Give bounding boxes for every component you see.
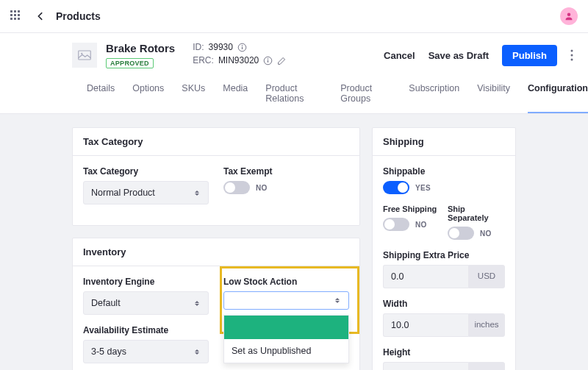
- erc-label: ERC:: [193, 55, 214, 65]
- low-stock-action-label: Low Stock Action: [223, 277, 349, 287]
- info-icon[interactable]: [237, 43, 247, 52]
- currency-unit: USD: [468, 265, 505, 288]
- svg-rect-5: [242, 46, 243, 49]
- width-input[interactable]: 10.0: [383, 313, 468, 337]
- inventory-engine-select[interactable]: Default: [83, 291, 209, 315]
- availability-estimate-label: Availability Estimate: [83, 325, 209, 335]
- save-draft-button[interactable]: Save as Draft: [429, 50, 489, 61]
- shippable-label: Shippable: [383, 166, 505, 177]
- dropdown-option-blank[interactable]: [224, 316, 348, 339]
- pencil-icon[interactable]: [277, 56, 287, 65]
- panel-title: Inventory: [73, 238, 359, 266]
- user-avatar[interactable]: [560, 7, 578, 25]
- svg-point-10: [571, 54, 573, 57]
- dropdown-option-unpublished[interactable]: Set as Unpublished: [224, 339, 348, 363]
- more-icon[interactable]: [570, 49, 573, 61]
- width-unit: inches: [468, 313, 505, 337]
- panel-title: Tax Category: [73, 128, 359, 156]
- svg-rect-1: [79, 51, 91, 60]
- chevron-sort-icon: [193, 349, 201, 355]
- id-value: 39930: [209, 42, 233, 52]
- tax-exempt-label: Tax Exempt: [223, 166, 349, 177]
- height-unit: inches: [468, 362, 505, 370]
- chevron-sort-icon: [193, 191, 201, 196]
- tab-skus[interactable]: SKUs: [182, 76, 205, 113]
- cancel-button[interactable]: Cancel: [384, 50, 415, 61]
- shipping-extra-price-input[interactable]: 0.0: [383, 265, 468, 288]
- page-title: Brake Rotors: [106, 42, 175, 54]
- tab-options[interactable]: Options: [132, 76, 164, 113]
- free-shipping-toggle[interactable]: [383, 218, 409, 231]
- status-badge: APPROVED: [106, 58, 154, 68]
- panel-title: Shipping: [373, 128, 515, 156]
- tab-details[interactable]: Details: [87, 76, 115, 113]
- shipping-panel: Shipping Shippable YES Free Shipping NO: [372, 127, 516, 370]
- back-icon[interactable]: [35, 11, 46, 21]
- product-thumbnail: [72, 43, 97, 68]
- free-shipping-label: Free Shipping: [383, 204, 440, 213]
- tab-product-groups[interactable]: Product Groups: [340, 76, 391, 113]
- id-label: ID:: [193, 42, 204, 52]
- svg-point-4: [242, 45, 243, 46]
- chevron-sort-icon: [193, 301, 201, 306]
- tab-media[interactable]: Media: [223, 76, 248, 113]
- ship-separately-label: Ship Separately: [448, 204, 505, 222]
- svg-point-2: [81, 53, 82, 54]
- low-stock-action-dropdown: Set as Unpublished: [223, 315, 349, 363]
- tab-subscription[interactable]: Subscription: [409, 76, 459, 113]
- select-value: Normal Product: [91, 188, 155, 198]
- toggle-state: YES: [415, 184, 431, 192]
- low-stock-action-select[interactable]: [223, 291, 349, 310]
- svg-point-9: [571, 50, 573, 52]
- toggle-state: NO: [256, 184, 268, 192]
- svg-point-7: [268, 58, 268, 59]
- svg-rect-8: [268, 60, 268, 62]
- select-value: Default: [91, 298, 121, 308]
- shippable-toggle[interactable]: [383, 181, 409, 194]
- apps-grid-icon[interactable]: [10, 10, 22, 22]
- tab-visibility[interactable]: Visibility: [477, 76, 510, 113]
- breadcrumb: Products: [56, 10, 101, 22]
- tax-category-label: Tax Category: [83, 166, 209, 177]
- toggle-state: NO: [415, 221, 427, 229]
- svg-point-0: [567, 13, 571, 17]
- inventory-engine-label: Inventory Engine: [83, 277, 209, 287]
- tax-category-select[interactable]: Normal Product: [83, 181, 209, 204]
- availability-estimate-select[interactable]: 3-5 days: [83, 340, 209, 363]
- publish-button[interactable]: Publish: [502, 45, 557, 66]
- tab-product-relations[interactable]: Product Relations: [265, 76, 323, 113]
- info-icon[interactable]: [263, 56, 273, 65]
- tax-exempt-toggle[interactable]: [223, 181, 250, 194]
- shipping-extra-price-label: Shipping Extra Price: [383, 250, 505, 260]
- tab-configuration[interactable]: Configuration: [528, 76, 588, 113]
- erc-value: MIN93020: [218, 55, 259, 65]
- tax-category-panel: Tax Category Tax Category Normal Product…: [72, 127, 360, 226]
- width-label: Width: [383, 299, 505, 309]
- svg-point-11: [571, 59, 573, 61]
- toggle-state: NO: [480, 230, 492, 238]
- height-label: Height: [383, 347, 505, 357]
- chevron-sort-icon: [334, 298, 341, 303]
- height-input[interactable]: 1.0: [383, 362, 468, 370]
- ship-separately-toggle[interactable]: [448, 227, 474, 240]
- inventory-panel: Inventory Inventory Engine Default Low S…: [72, 238, 360, 370]
- select-value: 3-5 days: [91, 346, 126, 357]
